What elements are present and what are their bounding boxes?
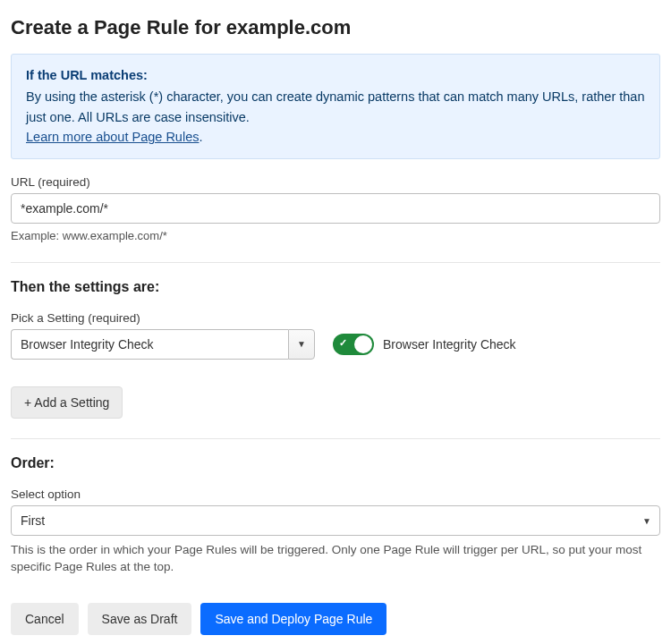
order-select[interactable]: First (11, 505, 660, 536)
url-label: URL (required) (11, 175, 660, 189)
url-hint: Example: www.example.com/* (11, 229, 660, 242)
setting-select[interactable]: Browser Integrity Check ▼ (11, 329, 315, 360)
order-select-label: Select option (11, 487, 660, 501)
order-select-wrap: First ▼ (11, 505, 660, 536)
info-title: If the URL matches: (26, 65, 645, 85)
setting-row: Browser Integrity Check ▼ ✓ Browser Inte… (11, 329, 660, 360)
chevron-down-icon[interactable]: ▼ (288, 329, 315, 360)
divider (11, 438, 660, 439)
check-icon: ✓ (339, 337, 347, 349)
page-title: Create a Page Rule for example.com (11, 16, 660, 39)
order-heading: Order: (11, 455, 660, 471)
add-setting-button[interactable]: + Add a Setting (11, 386, 123, 419)
settings-heading: Then the settings are: (11, 279, 660, 295)
setting-select-value: Browser Integrity Check (11, 329, 288, 360)
save-draft-button[interactable]: Save as Draft (88, 603, 192, 635)
info-period: . (199, 130, 202, 144)
setting-toggle-label: Browser Integrity Check (383, 337, 516, 352)
cancel-button[interactable]: Cancel (11, 603, 79, 635)
toggle-knob (354, 335, 372, 353)
footer-buttons: Cancel Save as Draft Save and Deploy Pag… (11, 603, 660, 635)
info-box: If the URL matches: By using the asteris… (11, 54, 660, 159)
learn-more-link[interactable]: Learn more about Page Rules (26, 130, 199, 144)
order-description: This is the order in which your Page Rul… (11, 541, 660, 576)
pick-setting-label: Pick a Setting (required) (11, 311, 660, 325)
setting-toggle[interactable]: ✓ (333, 334, 374, 355)
url-input[interactable] (11, 193, 660, 224)
save-deploy-button[interactable]: Save and Deploy Page Rule (200, 603, 386, 635)
divider (11, 262, 660, 263)
info-body: By using the asterisk (*) character, you… (26, 87, 645, 127)
